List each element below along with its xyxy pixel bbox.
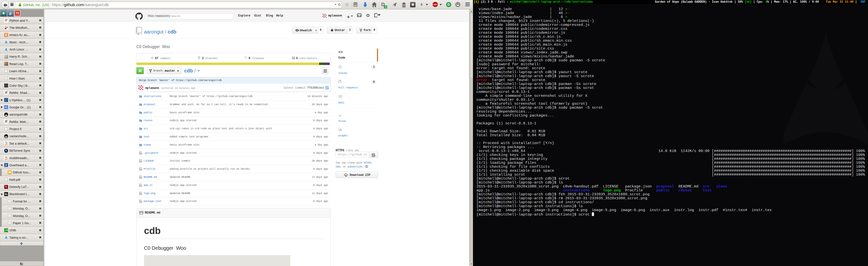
svg-text:ABP: ABP: [434, 4, 437, 5]
